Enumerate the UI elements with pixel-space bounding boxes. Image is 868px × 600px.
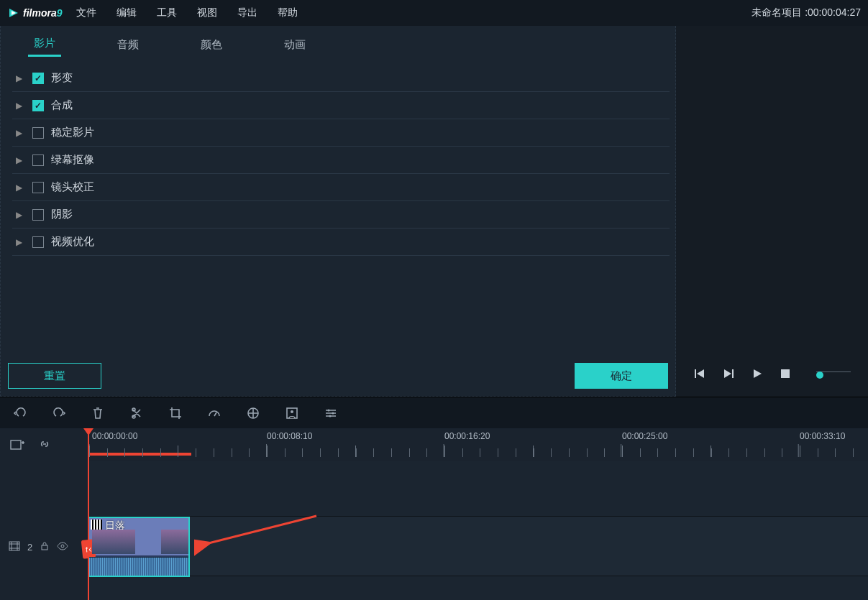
preview-controls [676,368,868,382]
time-label: 00:00:16:20 [444,431,490,441]
volume-slider-thumb[interactable] [816,371,823,379]
checkbox-video-optimize[interactable] [32,236,44,248]
color-icon[interactable] [246,406,260,420]
clip-waveform [89,557,188,576]
add-track-icon[interactable] [10,438,24,452]
checkbox-stabilize[interactable] [32,127,44,139]
menu-items: 文件 编辑 工具 视图 导出 帮助 [76,6,298,19]
svg-point-15 [61,545,64,548]
redo-icon[interactable] [52,406,66,420]
video-clip[interactable]: fx 日落 [88,517,190,577]
chevron-right-icon[interactable]: ▶ [12,101,25,111]
menu-help[interactable]: 帮助 [278,6,298,19]
effect-row-stabilize: ▶ 稳定影片 [12,119,670,147]
clip-thumbnail [92,530,135,554]
effect-row-video-optimize: ▶ 视频优化 [12,229,670,256]
step-forward-icon[interactable] [723,368,734,382]
effect-label: 绿幕抠像 [51,153,94,167]
menu-bar: filmora9 文件 编辑 工具 视图 导出 帮助 未命名项目 :00:00:… [0,0,868,26]
clip-thumbnail [161,530,188,554]
timeline-left-controls [0,438,88,452]
effect-label: 镜头校正 [51,180,94,194]
time-label: 00:00:33:10 [800,431,845,441]
scissors-icon[interactable] [129,406,144,420]
chevron-right-icon[interactable]: ▶ [12,73,25,83]
filmstrip-icon [9,541,20,553]
time-label: 00:00:25:00 [622,431,667,441]
svg-point-6 [329,415,332,417]
chevron-right-icon[interactable]: ▶ [12,183,25,193]
speed-icon[interactable] [207,406,221,420]
effect-label: 合成 [51,98,73,112]
svg-point-4 [328,409,330,411]
timeline-ruler[interactable]: 00:00:00:00 00:00:08:10 00:00:16:20 00:0… [88,428,868,461]
track-area[interactable]: 2 fx 日落 [88,461,868,600]
menu-file[interactable]: 文件 [76,6,96,19]
project-info: 未命名项目 :00:00:04:27 [751,6,861,19]
svg-point-5 [332,412,334,414]
menu-view[interactable]: 视图 [197,6,217,19]
svg-rect-13 [9,542,19,550]
effect-list: ▶ 形变 ▶ 合成 ▶ 稳定影片 ▶ 绿幕抠像 ▶ 镜 [6,57,670,359]
svg-rect-7 [11,440,21,449]
timeline-toolbar [0,397,868,428]
tab-animation[interactable]: 动画 [278,34,311,56]
menu-export[interactable]: 导出 [237,6,257,19]
play-icon[interactable] [751,368,763,382]
adjust-icon[interactable] [324,406,338,420]
panel-buttons: 重置 确定 [6,359,670,390]
menu-tools[interactable]: 工具 [157,6,177,19]
step-back-icon[interactable] [694,368,705,382]
chevron-right-icon[interactable]: ▶ [12,155,25,165]
effect-label: 视频优化 [51,235,94,249]
eye-icon[interactable] [57,541,68,553]
checkbox-shadow[interactable] [32,209,44,221]
ok-button[interactable]: 确定 [575,363,668,389]
effects-panel: 影片 音频 颜色 动画 ▶ 形变 ▶ 合成 ▶ 稳定影片 ▶ [0,26,676,397]
tab-video[interactable]: 影片 [28,32,61,57]
track-index: 2 [27,542,32,553]
timeline-header: 00:00:00:00 00:00:08:10 00:00:16:20 00:0… [0,428,868,461]
effect-label: 形变 [51,71,73,85]
effect-row-transform: ▶ 形变 [12,65,670,92]
track-header: 2 [0,517,88,577]
effect-row-shadow: ▶ 阴影 [12,201,670,229]
stop-icon[interactable] [780,369,790,382]
undo-icon[interactable] [13,406,27,420]
timeline-tracks: 2 fx 日落 [0,461,868,600]
mid-ticks [89,446,868,457]
effect-label: 稳定影片 [51,126,94,139]
effect-row-composite: ▶ 合成 [12,92,670,119]
greenscreen-icon[interactable] [285,406,299,420]
app-logo: filmora9 [7,6,62,19]
chevron-right-icon[interactable]: ▶ [12,128,25,138]
reset-button[interactable]: 重置 [8,363,101,389]
time-label: 00:00:08:10 [267,431,312,441]
checkbox-greenscreen[interactable] [32,154,44,166]
lock-icon[interactable] [40,541,50,553]
logo-text: filmora9 [23,7,62,19]
tab-color[interactable]: 颜色 [195,34,228,56]
preview-panel [676,26,868,397]
chevron-right-icon[interactable]: ▶ [12,237,25,247]
chevron-right-icon[interactable]: ▶ [12,210,25,220]
time-label: 00:00:00:00 [92,431,137,441]
logo-icon [7,6,20,19]
link-icon[interactable] [37,438,52,452]
svg-rect-14 [42,545,47,550]
menu-edit[interactable]: 编辑 [117,6,137,19]
checkbox-lensfix[interactable] [32,182,44,193]
playhead[interactable] [88,428,89,600]
crop-icon[interactable] [168,406,183,420]
effect-label: 阴影 [51,208,73,221]
checkbox-transform[interactable] [32,73,44,84]
checkbox-composite[interactable] [32,100,44,111]
effect-row-greenscreen: ▶ 绿幕抠像 [12,147,670,174]
tab-audio[interactable]: 音频 [111,34,145,56]
effect-row-lensfix: ▶ 镜头校正 [12,174,670,201]
clip-filmstrip-icon [91,520,102,530]
trash-icon[interactable] [91,406,105,420]
svg-rect-0 [781,369,790,378]
video-track-row[interactable]: 2 fx 日落 [88,516,868,576]
main-area: 影片 音频 颜色 动画 ▶ 形变 ▶ 合成 ▶ 稳定影片 ▶ [0,26,868,397]
